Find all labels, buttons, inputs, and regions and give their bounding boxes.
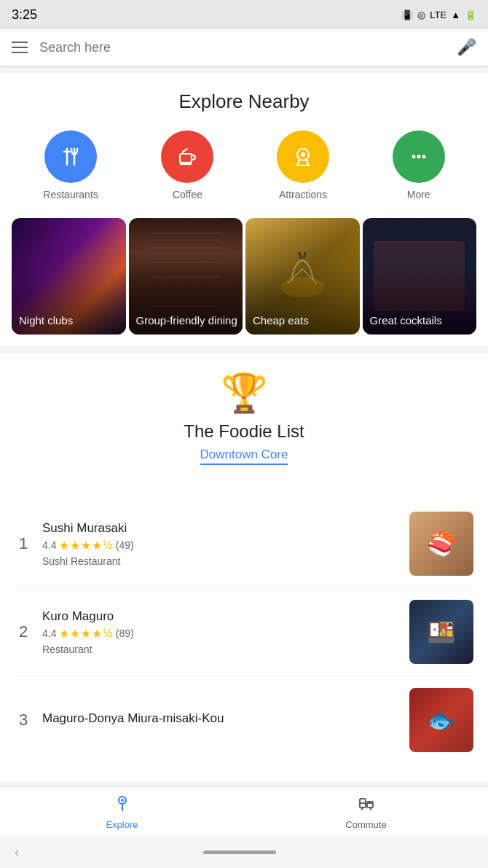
category-attractions[interactable]: Attractions xyxy=(277,130,329,200)
trophy-icon: 🏆 xyxy=(15,371,473,415)
quick-categories-grid: Night clubs Group-friendly dining Cheap … xyxy=(12,218,476,335)
cocktails-label: Great cocktails xyxy=(370,313,442,328)
stars-2: ★ ★ ★ ★ ½ xyxy=(59,627,112,641)
category-coffee[interactable]: Coffee xyxy=(161,130,213,200)
svg-point-21 xyxy=(369,808,371,810)
star-2-1: ★ xyxy=(59,627,69,641)
groupdining-label: Group-friendly dining xyxy=(136,313,237,328)
nav-commute[interactable]: Commute xyxy=(244,793,488,830)
restaurant-info-1: Sushi Murasaki 4.4 ★ ★ ★ ★ ½ (49) Sushi … xyxy=(42,521,399,567)
home-pill[interactable] xyxy=(203,851,276,854)
quick-cat-groupdining[interactable]: Group-friendly dining xyxy=(129,218,243,335)
svg-point-20 xyxy=(361,808,363,810)
rank-3: 3 xyxy=(15,711,32,730)
commute-nav-icon xyxy=(357,793,376,816)
restaurant-list: 1 Sushi Murasaki 4.4 ★ ★ ★ ★ ½ (49) Sush… xyxy=(15,500,473,764)
search-bar: 🎤 xyxy=(0,29,488,66)
star-1-5: ½ xyxy=(103,539,112,552)
review-count-1: (49) xyxy=(116,539,134,551)
status-time: 3:25 xyxy=(12,7,37,23)
lte-label: LTE xyxy=(430,9,446,20)
stars-1: ★ ★ ★ ★ ½ xyxy=(59,539,112,552)
svg-rect-4 xyxy=(180,154,192,163)
svg-point-16 xyxy=(121,799,124,802)
restaurants-label: Restaurants xyxy=(43,189,98,200)
attractions-label: Attractions xyxy=(279,189,327,200)
explore-title: Explore Nearby xyxy=(12,90,476,113)
nightclubs-label: Night clubs xyxy=(19,313,73,328)
restaurant-name-3: Maguro-Donya Miura-misaki-Kou xyxy=(42,711,399,726)
commute-nav-label: Commute xyxy=(345,819,386,830)
search-input[interactable] xyxy=(39,40,445,55)
rating-value-1: 4.4 xyxy=(42,539,56,551)
explore-nav-icon xyxy=(113,793,132,816)
rating-row-2: 4.4 ★ ★ ★ ★ ½ (89) xyxy=(42,627,399,641)
category-restaurants[interactable]: Restaurants xyxy=(43,130,98,200)
svg-point-11 xyxy=(422,155,425,159)
rating-row-1: 4.4 ★ ★ ★ ★ ½ (49) xyxy=(42,539,399,552)
foodie-section: 🏆 The Foodie List Downtown Core 1 Sushi … xyxy=(0,353,488,781)
restaurants-icon-circle xyxy=(44,130,97,183)
star-2-5: ½ xyxy=(103,627,112,641)
foodie-title: The Foodie List xyxy=(15,421,473,442)
restaurant-info-2: Kuro Maguro 4.4 ★ ★ ★ ★ ½ (89) Restauran… xyxy=(42,609,399,655)
cheapeats-label: Cheap eats xyxy=(253,313,309,328)
explore-nav-label: Explore xyxy=(106,819,138,830)
restaurant-info-3: Maguro-Donya Miura-misaki-Kou xyxy=(42,711,399,729)
star-2-3: ★ xyxy=(81,627,91,641)
quick-cat-cheapeats[interactable]: Cheap eats xyxy=(245,218,360,335)
rank-1: 1 xyxy=(15,534,32,553)
quick-cat-cocktails[interactable]: Great cocktails xyxy=(363,218,477,335)
battery-icon: 🔋 xyxy=(465,9,476,20)
explore-section: Explore Nearby Restaurants xyxy=(0,73,488,346)
restaurant-item-1[interactable]: 1 Sushi Murasaki 4.4 ★ ★ ★ ★ ½ (49) Sush… xyxy=(15,500,473,588)
restaurant-item-3[interactable]: 3 Maguro-Donya Miura-misaki-Kou 🐟 xyxy=(15,676,473,764)
svg-point-7 xyxy=(301,152,305,157)
star-2-2: ★ xyxy=(70,627,80,641)
nav-explore[interactable]: Explore xyxy=(0,793,244,830)
restaurant-type-2: Restaurant xyxy=(42,644,399,655)
svg-point-10 xyxy=(417,155,420,159)
attractions-icon-circle xyxy=(277,130,329,183)
back-button[interactable]: ‹ xyxy=(15,845,19,860)
restaurant-image-2: 🍱 xyxy=(409,600,473,664)
star-1-2: ★ xyxy=(70,539,80,552)
quick-cat-nightclubs[interactable]: Night clubs xyxy=(12,218,126,335)
restaurant-image-3: 🐟 xyxy=(409,688,473,752)
star-1-3: ★ xyxy=(81,539,91,552)
coffee-icon-circle xyxy=(161,130,213,183)
status-bar: 3:25 📳 ◎ LTE ▲ 🔋 xyxy=(0,0,488,29)
foodie-location[interactable]: Downtown Core xyxy=(200,447,288,465)
svg-point-9 xyxy=(412,155,415,159)
vibrate-icon: 📳 xyxy=(401,9,413,20)
location-icon: ◎ xyxy=(417,9,425,20)
bottom-nav: Explore Commute xyxy=(0,786,488,836)
star-2-4: ★ xyxy=(92,627,102,641)
section-divider xyxy=(0,346,488,353)
rating-value-2: 4.4 xyxy=(42,627,56,639)
category-icons-row: Restaurants Coffee xyxy=(12,130,476,200)
restaurant-image-1: 🍣 xyxy=(409,512,473,576)
restaurant-type-1: Sushi Restaurant xyxy=(42,555,399,567)
restaurant-item-2[interactable]: 2 Kuro Maguro 4.4 ★ ★ ★ ★ ½ (89) Restaur… xyxy=(15,588,473,676)
star-1-1: ★ xyxy=(59,539,69,552)
review-count-2: (89) xyxy=(116,627,134,639)
more-icon-circle xyxy=(393,130,445,183)
mic-icon[interactable]: 🎤 xyxy=(457,38,476,57)
status-icons: 📳 ◎ LTE ▲ 🔋 xyxy=(401,9,476,20)
star-1-4: ★ xyxy=(92,539,102,552)
restaurant-name-2: Kuro Maguro xyxy=(42,609,399,624)
foodie-location-container: Downtown Core xyxy=(15,447,473,482)
signal-icon: ▲ xyxy=(451,9,460,20)
menu-button[interactable] xyxy=(12,42,28,53)
more-label: More xyxy=(407,189,430,200)
rank-2: 2 xyxy=(15,622,32,641)
category-more[interactable]: More xyxy=(393,130,445,200)
coffee-label: Coffee xyxy=(173,189,202,200)
home-indicator: ‹ xyxy=(0,836,488,868)
restaurant-name-1: Sushi Murasaki xyxy=(42,521,399,536)
